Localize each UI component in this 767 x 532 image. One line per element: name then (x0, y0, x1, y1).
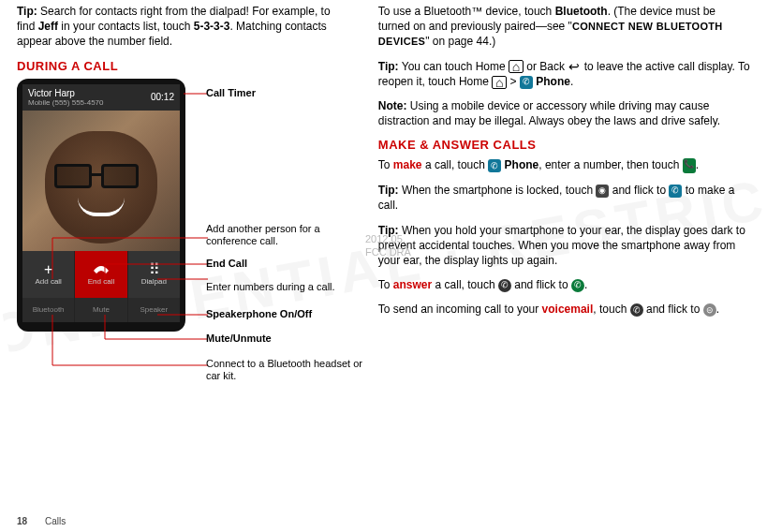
speaker-button[interactable]: Speaker (128, 298, 180, 322)
home-icon: ⌂ (509, 60, 524, 73)
tip-label: Tip: (17, 5, 37, 18)
home-icon: ⌂ (492, 76, 507, 89)
para-bluetooth: To use a Bluetooth™ device, touch Blueto… (378, 4, 750, 50)
incoming-call-icon: ✆ (498, 279, 511, 292)
mute-button[interactable]: Mute (75, 298, 127, 322)
dialer-app-icon: ✆ (488, 159, 501, 172)
bluetooth-button[interactable]: Bluetooth (22, 298, 75, 322)
para-voicemail: To send an incoming call to your voicema… (378, 302, 750, 317)
dialer-app-icon: ✆ (520, 76, 533, 89)
dialer-app-icon: ✆ (669, 185, 682, 198)
back-icon: ↩ (568, 60, 581, 73)
para-tip-locked: Tip: When the smartphone is locked, touc… (378, 183, 750, 213)
para-tip-proximity: Tip: When you hold your smartphone to yo… (378, 223, 750, 269)
callout-bluetooth: Connect to a Bluetooth headset or car ki… (206, 358, 365, 382)
phone-mock: Victor Harp Mobile (555) 555-4570 00:12 … (17, 79, 185, 332)
para-tip-leave-call: Tip: You can touch Home ⌂ or Back ↩ to l… (378, 59, 750, 89)
incoming-call-icon: ✆ (630, 303, 643, 317)
dialpad-icon: ⠿ (149, 262, 158, 277)
caller-number: Mobile (555) 555-4570 (28, 98, 104, 107)
call-icon: 📞 (683, 158, 696, 173)
answer-icon: ✆ (571, 279, 584, 292)
draft-watermark: 2012.05. FCC DRA (365, 232, 411, 259)
page-number: 18 (17, 516, 27, 526)
heading-during-a-call: DURING A CALL (17, 59, 350, 73)
para-make-call: To make a call, touch ✆ Phone, enter a n… (378, 157, 750, 173)
section-name: Calls (45, 516, 66, 526)
call-timer: 00:12 (151, 92, 174, 102)
voicemail-icon: ⊝ (703, 303, 716, 317)
end-call-button[interactable]: End call (75, 251, 127, 298)
call-header: Victor Harp Mobile (555) 555-4570 00:12 (22, 84, 180, 111)
callout-speaker: Speakerphone On/Off (206, 308, 312, 320)
callout-dialpad: Enter numbers during a call. (206, 281, 335, 293)
callout-mute: Mute/Unmute (206, 332, 272, 345)
callout-call-timer: Call Timer (206, 87, 256, 99)
add-call-button[interactable]: + Add call (22, 251, 75, 298)
caller-photo (22, 111, 180, 251)
dialpad-button[interactable]: ⠿ Dialpad (128, 251, 180, 298)
caller-name: Victor Harp (28, 88, 104, 98)
callout-add-call: Add another person for a conference call… (206, 223, 365, 247)
callout-end-call: End Call (206, 258, 247, 270)
heading-make-answer: MAKE & ANSWER CALLS (378, 138, 750, 152)
plus-icon: + (44, 262, 52, 277)
tip-search-dialpad: Tip: Search for contacts right from the … (17, 4, 350, 50)
para-note-driving: Note: Using a mobile device or accessory… (378, 98, 750, 128)
para-answer-call: To answer a call, touch ✆ and flick to ✆… (378, 277, 750, 292)
page-footer: 18 Calls (17, 516, 66, 526)
hangup-icon (92, 262, 111, 277)
lock-slider-icon: ◉ (596, 185, 609, 198)
